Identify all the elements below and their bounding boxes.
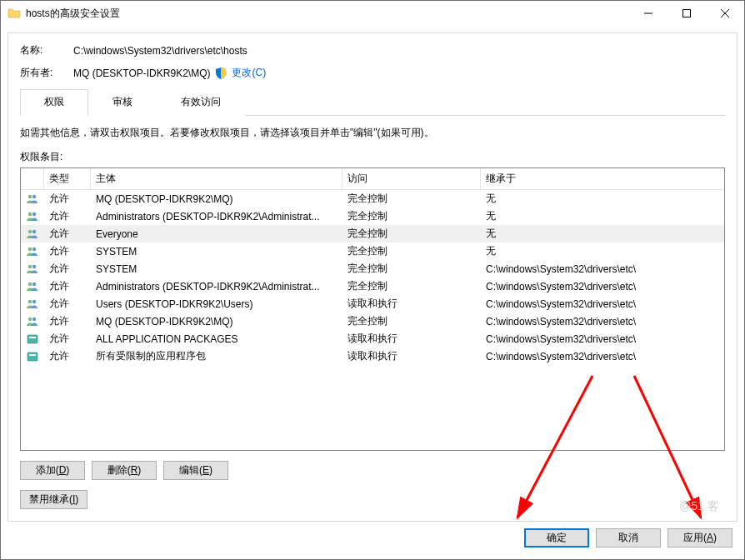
entry-principal: ALL APPLICATION PACKAGES (91, 333, 342, 345)
table-row[interactable]: 允许Everyone完全控制无 (21, 225, 724, 242)
entry-access: 完全控制 (342, 227, 481, 241)
entry-icon (21, 280, 44, 293)
apply-button[interactable]: 应用(A) (668, 528, 732, 548)
svg-rect-0 (683, 10, 691, 18)
svg-point-3 (28, 212, 32, 215)
content-panel: 名称: C:\windows\System32\drivers\etc\host… (8, 32, 738, 522)
name-value: C:\windows\System32\drivers\etc\hosts (73, 45, 248, 57)
instruction-text: 如需其他信息，请双击权限项目。若要修改权限项目，请选择该项目并单击"编辑"(如果… (20, 126, 725, 140)
entry-icon (21, 315, 44, 328)
table-row[interactable]: 允许SYSTEM完全控制C:\windows\System32\drivers\… (21, 260, 724, 278)
table-row[interactable]: 允许MQ (DESKTOP-IDKR9K2\MQ)完全控制无 (21, 190, 724, 208)
permission-list[interactable]: 类型 主体 访问 继承于 允许MQ (DESKTOP-IDKR9K2\MQ)完全… (20, 168, 725, 451)
entry-access: 完全控制 (342, 279, 481, 293)
svg-point-5 (28, 229, 32, 232)
svg-point-4 (32, 212, 36, 215)
inherit-button-row: 禁用继承(I) (20, 490, 725, 509)
entry-icon (21, 245, 44, 258)
entry-access: 完全控制 (342, 314, 481, 328)
col-type-header[interactable]: 类型 (44, 168, 91, 189)
entry-icon (21, 228, 44, 241)
entry-icon (21, 332, 44, 346)
remove-button[interactable]: 删除(R) (92, 461, 157, 480)
col-principal-header[interactable]: 主体 (91, 168, 342, 189)
entry-type: 允许 (44, 332, 91, 346)
entry-access: 完全控制 (342, 262, 481, 276)
name-row: 名称: C:\windows\System32\drivers\etc\host… (20, 43, 725, 58)
entry-type: 允许 (44, 209, 91, 223)
entry-icon (21, 298, 44, 311)
entry-principal: 所有受限制的应用程序包 (91, 349, 342, 363)
entry-access: 完全控制 (342, 209, 481, 223)
entry-inherit: C:\windows\System32\drivers\etc\ (481, 316, 724, 328)
entry-type: 允许 (44, 227, 91, 241)
tab-audit[interactable]: 审核 (88, 89, 157, 116)
footer-buttons: 确定 取消 应用(A) (1, 528, 744, 559)
svg-rect-19 (28, 352, 38, 361)
change-owner-link[interactable]: 更改(C) (232, 66, 266, 80)
col-inherit-header[interactable]: 继承于 (481, 168, 724, 189)
folder-icon (8, 7, 21, 20)
svg-point-10 (32, 264, 36, 268)
entry-type: 允许 (44, 279, 91, 293)
action-button-row: 添加(D) 删除(R) 编辑(E) (20, 461, 725, 480)
table-row[interactable]: 允许所有受限制的应用程序包读取和执行C:\windows\System32\dr… (21, 348, 724, 365)
entry-inherit: C:\windows\System32\drivers\etc\ (481, 351, 724, 362)
svg-point-16 (32, 317, 36, 320)
entry-type: 允许 (44, 314, 91, 328)
tab-effective[interactable]: 有效访问 (157, 89, 245, 116)
list-body: 允许MQ (DESKTOP-IDKR9K2\MQ)完全控制无允许Administ… (21, 190, 724, 365)
cancel-button[interactable]: 取消 (596, 528, 661, 548)
entry-icon (21, 192, 44, 206)
list-header: 类型 主体 访问 继承于 (21, 168, 724, 190)
svg-point-6 (32, 229, 36, 232)
entry-inherit: C:\windows\System32\drivers\etc\ (481, 298, 724, 310)
table-row[interactable]: 允许Users (DESKTOP-IDKR9K2\Users)读取和执行C:\w… (21, 295, 724, 312)
table-row[interactable]: 允许Administrators (DESKTOP-IDKR9K2\Admini… (21, 208, 724, 225)
entry-access: 完全控制 (342, 244, 481, 258)
edit-button[interactable]: 编辑(E) (163, 461, 228, 480)
col-icon-header[interactable] (21, 168, 44, 189)
svg-point-12 (32, 282, 36, 285)
entry-type: 允许 (44, 262, 91, 276)
entry-principal: Administrators (DESKTOP-IDKR9K2\Administ… (91, 281, 342, 292)
entry-icon (21, 262, 44, 276)
owner-value: MQ (DESKTOP-IDKR9K2\MQ) 更改(C) (73, 66, 266, 80)
entry-inherit: 无 (481, 209, 724, 223)
table-row[interactable]: 允许MQ (DESKTOP-IDKR9K2\MQ)完全控制C:\windows\… (21, 312, 724, 330)
add-button[interactable]: 添加(D) (20, 461, 85, 480)
disable-inherit-button[interactable]: 禁用继承(I) (20, 490, 88, 509)
close-button[interactable] (706, 1, 744, 26)
col-access-header[interactable]: 访问 (342, 168, 481, 189)
entry-principal: SYSTEM (91, 246, 342, 258)
entry-principal: MQ (DESKTOP-IDKR9K2\MQ) (91, 193, 342, 205)
entry-icon (21, 350, 44, 363)
window-controls (629, 1, 744, 26)
entry-principal: Everyone (91, 228, 342, 240)
table-row[interactable]: 允许Administrators (DESKTOP-IDKR9K2\Admini… (21, 278, 724, 295)
table-row[interactable]: 允许SYSTEM完全控制无 (21, 242, 724, 260)
svg-point-8 (32, 247, 36, 250)
entry-inherit: C:\windows\System32\drivers\etc\ (481, 333, 724, 345)
entry-principal: Administrators (DESKTOP-IDKR9K2\Administ… (91, 211, 342, 222)
entry-access: 读取和执行 (342, 349, 481, 363)
entry-access: 读取和执行 (342, 297, 481, 311)
entry-type: 允许 (44, 192, 91, 206)
svg-point-1 (28, 194, 32, 198)
window-title: hosts的高级安全设置 (26, 7, 629, 21)
minimize-button[interactable] (629, 1, 668, 26)
svg-point-13 (28, 299, 32, 302)
svg-point-9 (28, 264, 32, 268)
entry-principal: Users (DESKTOP-IDKR9K2\Users) (91, 298, 342, 310)
entry-inherit: C:\windows\System32\drivers\etc\ (481, 281, 724, 292)
tab-permission[interactable]: 权限 (20, 89, 88, 116)
entry-principal: SYSTEM (91, 263, 342, 275)
table-row[interactable]: 允许ALL APPLICATION PACKAGES读取和执行C:\window… (21, 330, 724, 348)
advanced-security-window: hosts的高级安全设置 名称: C:\windows\System32\dri… (0, 0, 745, 560)
entry-type: 允许 (44, 244, 91, 258)
entry-type: 允许 (44, 349, 91, 363)
entry-principal: MQ (DESKTOP-IDKR9K2\MQ) (91, 316, 342, 328)
entry-icon (21, 210, 44, 223)
ok-button[interactable]: 确定 (524, 528, 589, 548)
maximize-button[interactable] (668, 1, 706, 26)
